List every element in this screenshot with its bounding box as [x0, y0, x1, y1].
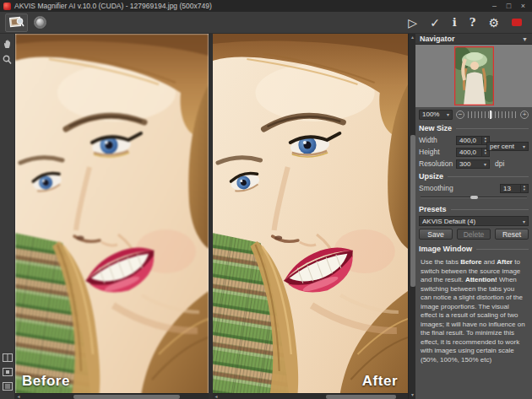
app-window: AKVIS Magnifier AI v.10.0 (CUDA) - 12796… — [0, 0, 532, 399]
smoothing-slider[interactable] — [421, 194, 527, 201]
app-icon — [3, 3, 11, 10]
after-vertical-scrollbar[interactable]: ▴ ▾ — [408, 34, 415, 399]
chevron-down-icon: ▾ — [519, 143, 525, 149]
image-window-header: Image Window — [415, 242, 532, 255]
split-view-icon[interactable] — [2, 352, 13, 363]
new-size-header: New Size — [415, 121, 532, 134]
reset-button[interactable]: Reset — [495, 229, 529, 240]
height-label: Height — [419, 148, 456, 156]
navigator-collapse-icon[interactable]: ▼ — [522, 36, 528, 42]
minimize-button[interactable]: – — [487, 0, 502, 12]
save-button[interactable]: Save — [419, 229, 453, 240]
chevron-down-icon: ▾ — [519, 218, 525, 224]
navigator-thumbnail-area[interactable] — [415, 45, 532, 107]
magnifier-logo-icon — [9, 16, 24, 29]
delete-button: Delete — [457, 229, 491, 240]
scroll-left-icon[interactable]: ◂ — [213, 394, 220, 399]
before-pane[interactable]: Before ◂ — [15, 34, 209, 399]
tool-sidebar — [0, 34, 15, 399]
preferences-gear-icon[interactable]: ⚙ — [488, 17, 499, 29]
window-title: AKVIS Magnifier AI v.10.0 (CUDA) - 12796… — [14, 2, 212, 10]
title-bar: AKVIS Magnifier AI v.10.0 (CUDA) - 12796… — [0, 0, 532, 12]
help-icon[interactable]: ? — [470, 17, 476, 28]
scrollbar-thumb[interactable] — [326, 395, 396, 399]
zoom-slider[interactable] — [468, 111, 517, 118]
preset-select[interactable]: AKVIS Default (4) ▾ — [419, 216, 529, 226]
dpi-label: dpi — [495, 159, 504, 168]
width-label: Width — [419, 136, 456, 144]
upsize-header: Upsize — [415, 170, 532, 182]
height-field[interactable]: 400,0 ▴▾ — [456, 148, 490, 157]
zoom-out-button[interactable]: − — [456, 111, 464, 119]
resolution-select[interactable]: 300 ▾ — [456, 159, 490, 169]
after-pane[interactable]: After ◂ — [213, 34, 408, 399]
before-horizontal-scrollbar[interactable]: ◂ — [15, 393, 209, 399]
run-icon[interactable]: ▷ — [408, 17, 417, 29]
smoothing-field[interactable]: 13 ▴▾ — [500, 184, 529, 193]
smoothing-label: Smoothing — [419, 184, 500, 192]
actual-size-icon[interactable] — [2, 380, 13, 391]
before-tab-label[interactable]: Before — [22, 373, 70, 390]
unit-select[interactable]: per cent ▾ — [486, 142, 529, 151]
hints-text: Use the tabs Before and After to switch … — [415, 255, 532, 369]
resolution-label: Resolution — [419, 159, 456, 168]
after-horizontal-scrollbar[interactable]: ◂ — [213, 393, 408, 399]
scrollbar-thumb[interactable] — [410, 135, 415, 287]
smoothing-slider-handle[interactable] — [470, 196, 478, 199]
zoom-level-select[interactable]: 100% ▾ — [419, 110, 453, 120]
zoom-tool-icon[interactable] — [2, 54, 13, 65]
about-icon[interactable]: i — [453, 17, 457, 28]
zoom-slider-handle[interactable] — [490, 111, 491, 119]
navigator-title: Navigator — [420, 35, 455, 43]
maximize-button[interactable]: □ — [502, 0, 516, 12]
navigator-header[interactable]: Navigator ▼ — [415, 34, 532, 45]
magnifier-mode-button[interactable] — [5, 13, 28, 32]
spin-down-icon[interactable]: ▾ — [524, 188, 525, 192]
width-field[interactable]: 400,0 ▴▾ — [456, 136, 490, 145]
preset-buttons: Save Delete Reset — [415, 229, 532, 242]
navigator-thumbnail[interactable] — [454, 46, 494, 105]
chevron-down-icon: ▾ — [480, 161, 486, 167]
toolbar: ▷ ✓ i ? ⚙ — [0, 12, 532, 34]
scroll-left-icon[interactable]: ◂ — [15, 394, 22, 399]
zoom-controls: 100% ▾ − + — [415, 107, 532, 121]
spin-down-icon[interactable]: ▾ — [485, 152, 486, 156]
smoothing-row: Smoothing 13 ▴▾ — [415, 182, 532, 194]
presets-header: Presets — [415, 202, 532, 215]
chevron-down-icon: ▾ — [447, 111, 449, 117]
new-size-section: Width 400,0 ▴▾ Height 400,0 ▴▾ Resolutio… — [415, 134, 532, 170]
before-image — [15, 34, 209, 399]
close-button[interactable]: × — [516, 0, 530, 12]
share-badge-icon[interactable] — [34, 16, 46, 29]
feedback-bubble-icon[interactable] — [512, 19, 522, 26]
zoom-level-value: 100% — [422, 111, 439, 118]
after-tab-label[interactable]: After — [362, 373, 398, 390]
fit-window-icon[interactable] — [2, 366, 13, 377]
settings-panel: Navigator ▼ 100% ▾ − + New Size Width — [415, 34, 532, 399]
after-image — [213, 34, 408, 399]
scrollbar-thumb[interactable] — [73, 395, 180, 399]
apply-icon[interactable]: ✓ — [430, 17, 440, 29]
hand-tool-icon[interactable] — [2, 38, 13, 49]
zoom-in-button[interactable]: + — [520, 111, 529, 119]
